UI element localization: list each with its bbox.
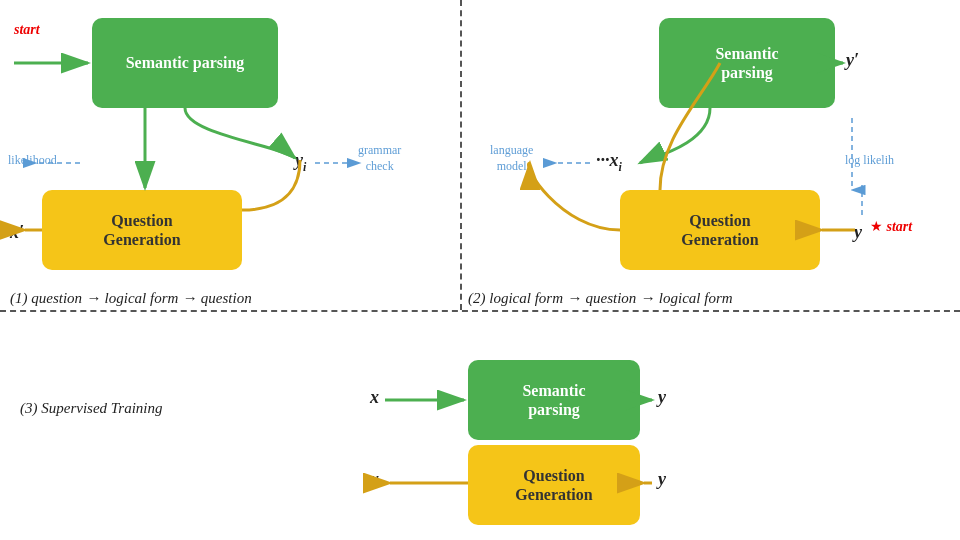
vertical-divider — [460, 0, 462, 310]
x-prime-label: x′ — [10, 222, 24, 243]
question-generation-box-top-left: QuestionGeneration — [42, 190, 242, 270]
language-model-label: languagemodel — [490, 143, 533, 174]
start-label-top-left: start — [14, 22, 40, 38]
caption-top-left: (1) question → logical form → question — [10, 290, 252, 307]
question-generation-box-top-right: QuestionGeneration — [620, 190, 820, 270]
caption-top-right: (2) logical form → question → logical fo… — [468, 290, 733, 307]
x1-label: x — [370, 387, 379, 408]
horizontal-divider — [0, 310, 960, 312]
x2-label: x — [370, 469, 379, 490]
log-likelihood-label: log likelih — [845, 153, 894, 168]
semantic-parsing-box-top-right: Semanticparsing — [659, 18, 835, 108]
y1-label: y — [658, 387, 666, 408]
star-start-label: ★ start — [870, 218, 912, 235]
y2-label: y — [658, 469, 666, 490]
yi-label: yi — [295, 150, 306, 175]
semantic-parsing-box-bottom: Semanticparsing — [468, 360, 640, 440]
question-generation-box-bottom: QuestionGeneration — [468, 445, 640, 525]
grammar-check-label: grammarcheck — [358, 143, 401, 174]
caption-bottom: (3) Supervised Training — [20, 400, 163, 417]
likelihood-label: likelihood — [8, 153, 57, 168]
xi-label: ···xi — [596, 150, 622, 175]
diagram-container: Semantic parsing QuestionGeneration star… — [0, 0, 960, 540]
y-prime-label: y′ — [846, 50, 859, 71]
semantic-parsing-box-top-left: Semantic parsing — [92, 18, 278, 108]
y-label-tr: y — [854, 222, 862, 243]
